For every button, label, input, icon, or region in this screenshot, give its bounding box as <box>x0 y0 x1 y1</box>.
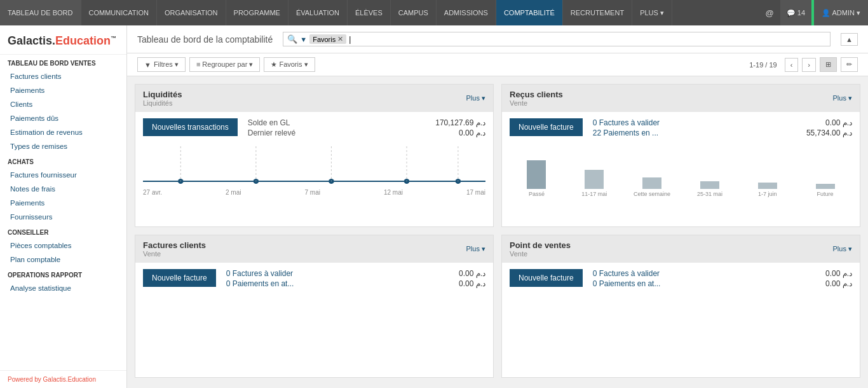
sidebar-item-paiements-ventes[interactable]: Paiements <box>0 83 126 97</box>
nav-admin-menu[interactable]: 👤 ADMIN ▾ <box>814 0 868 25</box>
sidebar-item-fournisseurs[interactable]: Fournisseurs <box>0 210 126 224</box>
sidebar-item-notes-frais[interactable]: Notes de frais <box>0 182 126 196</box>
nav-programme[interactable]: PROGRAMME <box>226 0 288 25</box>
regrouper-button[interactable]: ≡ Regrouper par ▾ <box>189 57 260 72</box>
search-input[interactable]: | <box>349 35 826 44</box>
pdv-inv-value-2: 0.00 د.م <box>825 279 852 288</box>
view-grid-button[interactable]: ⊞ <box>820 57 837 72</box>
nouvelle-facture-factures-button[interactable]: Nouvelle facture <box>143 269 216 287</box>
filtres-button[interactable]: ▼ Filtres ▾ <box>137 57 186 72</box>
nav-campus[interactable]: CAMPUS <box>391 0 437 25</box>
favoris-button[interactable]: ★ Favoris ▾ <box>264 57 315 72</box>
balance-label-1: Solde en GL <box>248 118 290 127</box>
card-recus-body: Nouvelle facture 0 Factures à valider 0.… <box>502 112 860 226</box>
balance-value-2: 0.00 د.م <box>459 128 485 137</box>
card-liquidites-header: Liquidités Liquidités Plus ▾ <box>135 85 493 112</box>
sidebar-item-clients[interactable]: Clients <box>0 97 126 111</box>
recus-inv-row-2: 22 Paiements en ... 55,734.00 د.م <box>593 128 852 137</box>
filter-tag-favoris[interactable]: Favoris ✕ <box>309 34 346 44</box>
sidebar-item-paiements-dus[interactable]: Paiements dûs <box>0 111 126 125</box>
recus-inv-row-1: 0 Factures à valider 0.00 د.م <box>593 118 852 127</box>
pagination-next[interactable]: › <box>802 58 816 72</box>
factures-inv-row-2: 0 Paiements en at... 0.00 د.م <box>226 279 485 288</box>
pdv-inv-label-2: 0 Paiements en at... <box>593 279 661 288</box>
sidebar-item-factures-clients[interactable]: Factures clients <box>0 69 126 83</box>
nouvelle-facture-recus-button[interactable]: Nouvelle facture <box>510 118 583 136</box>
search-bar[interactable]: 🔍 ▼ Favoris ✕ | <box>283 32 831 46</box>
card-recus-header: Reçus clients Vente Plus ▾ <box>502 85 860 112</box>
card-pdv-more[interactable]: Plus ▾ <box>833 245 852 253</box>
sidebar-item-paiements-achats[interactable]: Paiements <box>0 196 126 210</box>
card-factures-clients: Factures clients Vente Plus ▾ Nouvelle f… <box>135 235 494 378</box>
nav-at-icon[interactable]: @ <box>759 8 780 18</box>
card-pdv-row: Nouvelle facture 0 Factures à valider 0.… <box>510 269 852 289</box>
logo-tm: ™ <box>111 35 116 41</box>
nav-communication[interactable]: COMMUNICATION <box>81 0 158 25</box>
bar-label-25-31: 25-31 mai <box>697 191 722 197</box>
sidebar-item-types-remises[interactable]: Types de remises <box>0 139 126 153</box>
factures-inv-row-1: 0 Factures à valider 0.00 د.م <box>226 269 485 278</box>
sidebar-item-estimation-revenus[interactable]: Estimation de revenus <box>0 125 126 139</box>
card-recus-subtitle: Vente <box>510 99 563 107</box>
sidebar-section-achats: ACHATS <box>0 153 126 168</box>
bar-1-7-juin <box>758 183 777 189</box>
nav-admissions[interactable]: ADMISSIONS <box>437 0 496 25</box>
sidebar-item-pieces-comptables[interactable]: Pièces comptables <box>0 239 126 253</box>
bar-label-1-7-juin: 1-7 juin <box>758 191 777 197</box>
sidebar-item-plan-comptable[interactable]: Plan comptable <box>0 253 126 267</box>
bar-25-31 <box>700 181 719 189</box>
card-factures-header: Factures clients Vente Plus ▾ <box>135 235 493 263</box>
bar-label-passe: Passé <box>529 191 545 197</box>
card-recus-row: Nouvelle facture 0 Factures à valider 0.… <box>510 118 852 139</box>
chart-date-labels: 27 avr. 2 mai 7 mai 12 mai 17 mai <box>143 189 485 196</box>
card-liquidites-body: Nouvelles transactions Solde en GL 170,1… <box>135 112 493 226</box>
card-pdv-header: Point de ventes Vente Plus ▾ <box>502 235 860 263</box>
pdv-inv-row-2: 0 Paiements en at... 0.00 د.م <box>593 279 852 288</box>
view-edit-button[interactable]: ✏ <box>841 57 858 72</box>
recus-bar-chart: Passé 11-17 mai Cette semaine 25-31 <box>510 146 852 197</box>
nav-evaluation[interactable]: ÉVALUATION <box>288 0 348 25</box>
nouvelle-facture-pdv-button[interactable]: Nouvelle facture <box>510 269 583 287</box>
bar-label-cette-semaine: Cette semaine <box>634 191 670 197</box>
sidebar-item-analyse-statistique[interactable]: Analyse statistique <box>0 281 126 295</box>
card-liquidites-title: Liquidités <box>143 90 182 99</box>
card-liquidites-more[interactable]: Plus ▾ <box>466 94 485 102</box>
card-liquidites-subtitle: Liquidités <box>143 99 182 107</box>
search-icon: 🔍 <box>287 34 297 44</box>
bar-label-11-17: 11-17 mai <box>581 191 607 197</box>
chart-label-3: 7 mai <box>304 189 320 196</box>
chart-label-1: 27 avr. <box>143 189 162 196</box>
bar-group-future: Future <box>798 184 852 197</box>
bar-group-1-7-juin: 1-7 juin <box>740 183 794 197</box>
pdv-inv-value-1: 0.00 د.م <box>825 269 852 278</box>
bar-group-cette-semaine: Cette semaine <box>625 177 679 197</box>
chart-label-5: 17 mai <box>466 189 485 196</box>
card-factures-more[interactable]: Plus ▾ <box>466 245 485 253</box>
card-recus-clients: Reçus clients Vente Plus ▾ Nouvelle fact… <box>501 84 860 227</box>
search-filter-icon: ▼ <box>300 36 307 43</box>
nav-plus[interactable]: PLUS ▾ <box>632 0 672 25</box>
filter-tag-close[interactable]: ✕ <box>337 35 343 43</box>
balance-row-2: Dernier relevé 0.00 د.م <box>248 128 485 137</box>
search-expand-button[interactable]: ▲ <box>841 33 858 46</box>
dashboard-cards: Liquidités Liquidités Plus ▾ Nouvelles t… <box>127 76 868 385</box>
nav-eleves[interactable]: ÉLÈVES <box>348 0 391 25</box>
recus-inv-label-1: 0 Factures à valider <box>593 118 660 127</box>
nav-tableau-de-bord[interactable]: TABLEAU DE BORD <box>0 0 81 25</box>
factures-inv-label-1: 0 Factures à valider <box>226 269 293 278</box>
logo-text-black: Galactis. <box>8 34 55 47</box>
logo-text-red: Education <box>55 34 111 47</box>
nouvelles-transactions-button[interactable]: Nouvelles transactions <box>143 118 238 136</box>
nav-messages-badge[interactable]: 💬 14 <box>780 0 811 25</box>
chart-label-2: 2 mai <box>226 189 241 196</box>
sidebar-item-factures-fournisseur[interactable]: Factures fournisseur <box>0 168 126 182</box>
nav-organisation[interactable]: ORGANISATION <box>157 0 226 25</box>
page-title: Tableau de bord de la comptabilité <box>137 34 273 45</box>
card-recus-more[interactable]: Plus ▾ <box>833 94 852 102</box>
nav-recrutement[interactable]: RECRUTEMENT <box>563 0 632 25</box>
recus-inv-label-2: 22 Paiements en ... <box>593 128 658 137</box>
card-point-de-ventes: Point de ventes Vente Plus ▾ Nouvelle fa… <box>501 235 860 378</box>
sidebar-section-conseiller: CONSEILLER <box>0 224 126 239</box>
pagination-prev[interactable]: ‹ <box>785 58 799 72</box>
nav-comptabilite[interactable]: COMPTABILITÉ <box>496 0 563 25</box>
